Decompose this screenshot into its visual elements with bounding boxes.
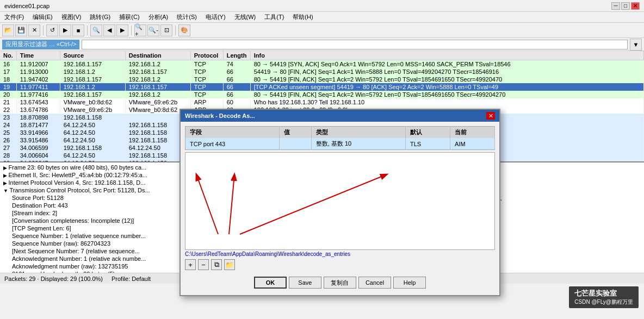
row-type: 整数, 基数 10 (311, 138, 405, 150)
path-text: C:\Users\RedTeam\AppData\Roaming\Wiresha… (185, 251, 350, 257)
dialog-title: Wireshark - Decode As... (185, 112, 255, 119)
col-current: 当前 (450, 127, 494, 139)
copy-from-btn[interactable]: 复制自 (324, 277, 356, 289)
svg-line-2 (229, 174, 234, 234)
dialog-body: 字段 值 类型 默认 当前 TCP port 443 整数, 基数 10 TLS… (181, 122, 499, 295)
ok-btn[interactable]: OK (254, 277, 287, 289)
svg-line-3 (240, 174, 387, 234)
svg-line-1 (196, 174, 218, 234)
load-btn[interactable]: 📁 (224, 259, 235, 270)
dialog-title-bar: Wireshark - Decode As... ✕ (181, 110, 499, 122)
col-field: 字段 (185, 127, 280, 139)
row-field: TCP port 443 (185, 138, 280, 150)
row-default: TLS (406, 138, 450, 150)
dialog-close-btn[interactable]: ✕ (486, 112, 495, 120)
decode-row[interactable]: TCP port 443 整数, 基数 10 TLS AIM (185, 138, 495, 150)
save-btn[interactable]: Save (289, 277, 321, 289)
col-default: 默认 (406, 127, 450, 139)
modal-table-header: 字段 值 类型 默认 当前 (185, 127, 495, 139)
col-value: 值 (279, 127, 311, 139)
help-btn[interactable]: Help (393, 277, 426, 289)
dialog-buttons: OK Save 复制自 Cancel Help (185, 274, 495, 291)
row-current: AIM (450, 138, 494, 150)
modal-overlay: Wireshark - Decode As... ✕ 字段 值 类型 默认 当前… (0, 0, 644, 319)
add-entry-btn[interactable]: + (185, 259, 196, 270)
arrow-annotation-svg (185, 153, 494, 249)
cancel-btn[interactable]: Cancel (358, 277, 391, 289)
col-type: 类型 (311, 127, 405, 139)
copy-btn[interactable]: ⧉ (211, 259, 222, 270)
modal-toolbar: + − ⧉ 📁 (185, 259, 495, 270)
row-value (279, 138, 311, 150)
remove-entry-btn[interactable]: − (198, 259, 209, 270)
decode-as-dialog: Wireshark - Decode As... ✕ 字段 值 类型 默认 当前… (179, 109, 500, 296)
decode-table: 字段 值 类型 默认 当前 TCP port 443 整数, 基数 10 TLS… (185, 126, 495, 150)
